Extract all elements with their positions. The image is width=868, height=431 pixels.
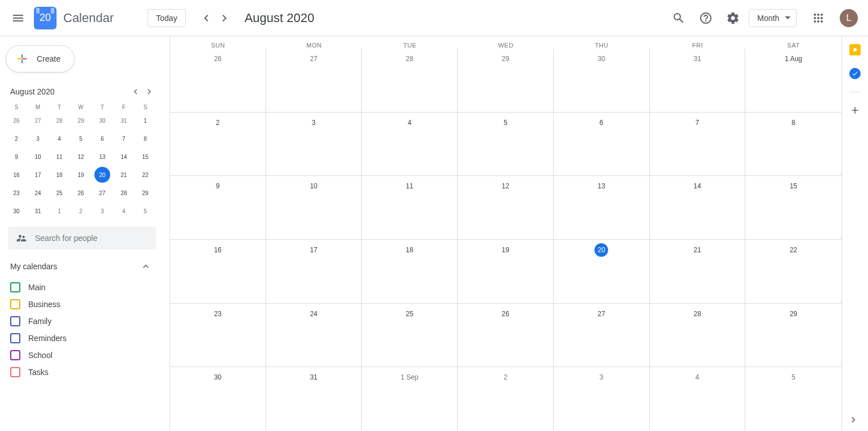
grid-cell[interactable]: 18 <box>362 240 458 303</box>
calendar-item[interactable]: Tasks <box>6 364 156 381</box>
settings-button[interactable] <box>722 7 744 29</box>
grid-cell[interactable]: 15 <box>745 176 841 239</box>
mini-day[interactable]: 2 <box>8 131 24 146</box>
grid-cell[interactable]: 16 <box>170 240 266 303</box>
grid-cell[interactable]: 30 <box>170 367 266 431</box>
calendar-checkbox[interactable] <box>10 316 20 326</box>
grid-cell[interactable]: 8 <box>745 113 841 176</box>
grid-cell[interactable]: 4 <box>650 367 746 431</box>
grid-cell[interactable]: 19 <box>458 240 554 303</box>
grid-cell[interactable]: 31 <box>650 49 746 112</box>
mini-day[interactable]: 2 <box>73 203 89 219</box>
search-people[interactable] <box>8 227 156 249</box>
mini-day[interactable]: 20 <box>94 167 110 183</box>
mini-day[interactable]: 5 <box>73 131 89 146</box>
grid-cell[interactable]: 31 <box>266 367 362 431</box>
my-calendars-toggle[interactable]: My calendars <box>6 257 156 275</box>
grid-cell[interactable]: 29 <box>745 304 841 367</box>
mini-day[interactable]: 27 <box>94 185 110 201</box>
hide-sidepanel-button[interactable] <box>848 414 859 425</box>
calendar-item[interactable]: Business <box>6 296 156 313</box>
grid-cell[interactable]: 12 <box>458 176 554 239</box>
mini-day[interactable]: 15 <box>137 149 153 165</box>
mini-day[interactable]: 3 <box>94 203 110 219</box>
mini-day[interactable]: 26 <box>8 113 24 128</box>
grid-cell[interactable]: 2 <box>170 113 266 176</box>
calendar-item[interactable]: School <box>6 347 156 364</box>
mini-day[interactable]: 3 <box>30 131 46 146</box>
add-addon-button[interactable] <box>849 105 861 116</box>
mini-day[interactable]: 23 <box>8 185 24 201</box>
calendar-checkbox[interactable] <box>10 333 20 343</box>
mini-prev-button[interactable] <box>129 85 142 98</box>
grid-cell[interactable]: 22 <box>745 240 841 303</box>
mini-day[interactable]: 18 <box>51 167 67 183</box>
grid-cell[interactable]: 7 <box>650 113 746 176</box>
account-avatar[interactable]: L <box>840 9 858 27</box>
mini-day[interactable]: 13 <box>94 149 110 165</box>
mini-day[interactable]: 30 <box>8 203 24 219</box>
mini-day[interactable]: 31 <box>116 113 132 128</box>
mini-day[interactable]: 4 <box>51 131 67 146</box>
grid-cell[interactable]: 13 <box>554 176 650 239</box>
mini-day[interactable]: 9 <box>8 149 24 165</box>
mini-day[interactable]: 12 <box>73 149 89 165</box>
grid-cell[interactable]: 2 <box>458 367 554 431</box>
grid-cell[interactable]: 27 <box>266 49 362 112</box>
mini-day[interactable]: 6 <box>94 131 110 146</box>
grid-cell[interactable]: 4 <box>362 113 458 176</box>
grid-cell[interactable]: 11 <box>362 176 458 239</box>
support-button[interactable] <box>695 7 717 29</box>
calendar-checkbox[interactable] <box>10 299 20 309</box>
mini-day[interactable]: 21 <box>116 167 132 183</box>
grid-cell[interactable]: 26 <box>458 304 554 367</box>
grid-cell[interactable]: 1 Sep <box>362 367 458 431</box>
mini-day[interactable]: 19 <box>73 167 89 183</box>
grid-cell[interactable]: 27 <box>554 304 650 367</box>
mini-day[interactable]: 28 <box>116 185 132 201</box>
grid-cell[interactable]: 5 <box>458 113 554 176</box>
grid-cell[interactable]: 25 <box>362 304 458 367</box>
grid-cell[interactable]: 26 <box>170 49 266 112</box>
mini-day[interactable]: 4 <box>116 203 132 219</box>
mini-day[interactable]: 10 <box>30 149 46 165</box>
mini-day[interactable]: 25 <box>51 185 67 201</box>
mini-next-button[interactable] <box>142 85 156 98</box>
grid-cell[interactable]: 3 <box>266 113 362 176</box>
mini-day[interactable]: 7 <box>116 131 132 146</box>
grid-cell[interactable]: 28 <box>362 49 458 112</box>
calendar-item[interactable]: Family <box>6 313 156 330</box>
grid-cell[interactable]: 28 <box>650 304 746 367</box>
tasks-addon-button[interactable] <box>849 68 861 79</box>
mini-day[interactable]: 22 <box>137 167 153 183</box>
grid-cell[interactable]: 23 <box>170 304 266 367</box>
prev-period-button[interactable] <box>197 9 215 27</box>
grid-cell[interactable]: 21 <box>650 240 746 303</box>
calendar-checkbox[interactable] <box>10 282 20 292</box>
mini-day[interactable]: 24 <box>30 185 46 201</box>
grid-cell[interactable]: 29 <box>458 49 554 112</box>
main-menu-button[interactable] <box>5 5 32 32</box>
mini-day[interactable]: 1 <box>137 113 153 128</box>
mini-day[interactable]: 8 <box>137 131 153 146</box>
grid-cell[interactable]: 3 <box>554 367 650 431</box>
grid-cell[interactable]: 30 <box>554 49 650 112</box>
mini-day[interactable]: 1 <box>51 203 67 219</box>
grid-cell[interactable]: 20 <box>554 240 650 303</box>
mini-day[interactable]: 26 <box>73 185 89 201</box>
keep-addon-button[interactable] <box>849 44 861 55</box>
mini-day[interactable]: 27 <box>30 113 46 128</box>
grid-cell[interactable]: 1 Aug <box>745 49 841 112</box>
today-button[interactable]: Today <box>147 9 185 27</box>
mini-day[interactable]: 29 <box>137 185 153 201</box>
calendar-checkbox[interactable] <box>10 367 20 377</box>
next-period-button[interactable] <box>215 9 233 27</box>
search-button[interactable] <box>667 7 690 29</box>
grid-cell[interactable]: 14 <box>650 176 746 239</box>
mini-day[interactable]: 30 <box>94 113 110 128</box>
mini-day[interactable]: 31 <box>30 203 46 219</box>
grid-cell[interactable]: 6 <box>554 113 650 176</box>
grid-cell[interactable]: 17 <box>266 240 362 303</box>
mini-day[interactable]: 5 <box>137 203 153 219</box>
grid-cell[interactable]: 5 <box>745 367 841 431</box>
